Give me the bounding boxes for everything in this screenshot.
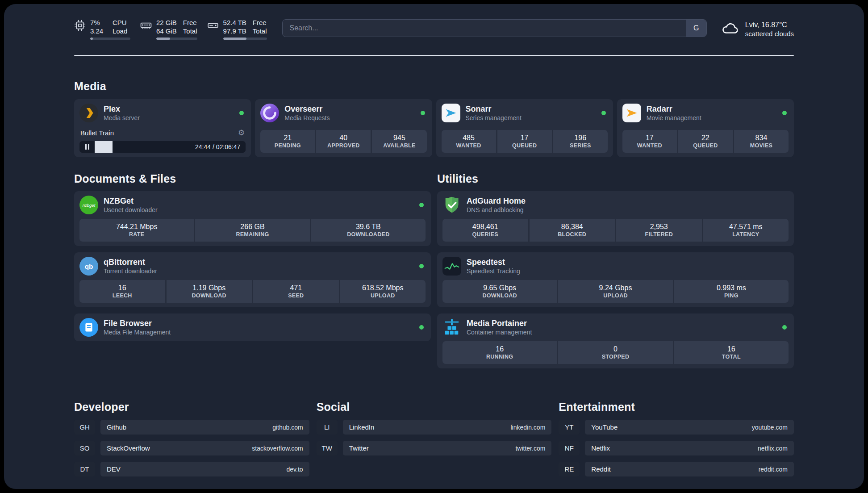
- svg-text:qb: qb: [85, 263, 93, 270]
- link-row-netflix: NF Netflixnetflix.com: [559, 441, 794, 455]
- abbr-badge: SO: [74, 441, 95, 455]
- stat-tile: 471SEED: [253, 280, 339, 303]
- disk-total-label: Total: [253, 27, 267, 35]
- stats-row: 21PENDING 40APPROVED 945AVAILABLE: [260, 130, 426, 153]
- app-card-sonarr[interactable]: Sonarr Series management 485WANTED 17QUE…: [436, 99, 613, 157]
- app-card-radarr[interactable]: Radarr Movie management 17WANTED 22QUEUE…: [617, 99, 794, 157]
- stats-row: 17WANTED 22QUEUED 834MOVIES: [622, 130, 789, 153]
- stats-row: 16LEECH 1.19 GbpsDOWNLOAD 471SEED 618.52…: [79, 280, 426, 303]
- section-title-entertainment: Entertainment: [559, 401, 794, 414]
- section-title-utilities: Utilities: [437, 172, 794, 185]
- now-playing-title: Bullet Train: [80, 129, 114, 137]
- qbittorrent-icon: qb: [79, 257, 98, 276]
- link-youtube[interactable]: YouTubeyoutube.com: [585, 420, 794, 435]
- stat-tile: 16RUNNING: [442, 341, 557, 364]
- stat-tile: 0.993 msPING: [674, 280, 789, 303]
- link-twitter[interactable]: Twittertwitter.com: [343, 441, 552, 455]
- plex-icon: [79, 104, 98, 122]
- sonarr-icon: [442, 104, 460, 122]
- topbar: 7% CPU 3.24 Load: [74, 18, 794, 40]
- app-subtitle: Media Requests: [284, 114, 330, 122]
- weather-condition: scattered clouds: [745, 29, 794, 38]
- app-name: AdGuard Home: [467, 196, 526, 206]
- app-subtitle: Container management: [467, 328, 532, 336]
- section-title-documents: Documents & Files: [74, 172, 431, 185]
- stats-row: 16RUNNING 0STOPPED 16TOTAL: [442, 341, 789, 364]
- app-card-portainer[interactable]: Media Portainer Container management 16R…: [437, 313, 794, 368]
- abbr-badge: DT: [74, 462, 95, 476]
- topbar-divider: [74, 55, 794, 56]
- app-subtitle: Speedtest Tracking: [467, 267, 520, 275]
- app-name: Radarr: [647, 104, 701, 114]
- link-linkedin[interactable]: LinkedInlinkedin.com: [343, 420, 552, 435]
- app-card-plex[interactable]: Plex Media server Bullet Train ⚙ 24:44 /…: [74, 99, 251, 157]
- filebrowser-icon: [79, 318, 98, 337]
- cpu-usage-value: 7%: [90, 18, 106, 27]
- media-section: Plex Media server Bullet Train ⚙ 24:44 /…: [74, 99, 794, 157]
- section-title-developer: Developer: [74, 401, 309, 414]
- ram-free-label: Free: [183, 18, 197, 27]
- status-dot: [419, 203, 424, 207]
- stat-tile: 834MOVIES: [734, 130, 789, 153]
- link-netflix[interactable]: Netflixnetflix.com: [585, 441, 794, 455]
- cpu-load-value: 3.24: [90, 27, 106, 35]
- app-card-overseerr[interactable]: Overseerr Media Requests 21PENDING 40APP…: [255, 99, 432, 157]
- stats-row: 744.21 MbpsRATE 266 GBREMAINING 39.6 TBD…: [79, 219, 426, 242]
- status-dot: [419, 325, 424, 330]
- stat-tile: 2,953FILTERED: [616, 219, 702, 242]
- link-row-stackoverflow: SO StackOverflowstackoverflow.com: [74, 441, 309, 455]
- gear-icon[interactable]: ⚙: [238, 129, 245, 137]
- status-dot: [782, 325, 787, 330]
- disk-progress-bar: [223, 38, 267, 40]
- link-reddit[interactable]: Redditreddit.com: [585, 462, 794, 476]
- stat-tile: 16LEECH: [79, 280, 165, 303]
- status-dot: [419, 264, 424, 268]
- cloud-icon: [721, 19, 740, 39]
- stat-tile: 40APPROVED: [316, 130, 371, 153]
- app-subtitle: DNS and adblocking: [467, 206, 526, 214]
- playback-progress-bar[interactable]: 24:44 / 02:06:47: [79, 141, 246, 153]
- search-engine-button[interactable]: G: [686, 20, 706, 37]
- app-name: qBittorrent: [104, 257, 157, 267]
- app-name: Speedtest: [467, 257, 520, 267]
- ram-metric: 22 GiB Free 64 GiB Total: [140, 18, 197, 40]
- stats-row: 9.65 GbpsDOWNLOAD 9.24 GbpsUPLOAD 0.993 …: [442, 280, 789, 303]
- section-title-media: Media: [74, 80, 794, 93]
- stats-row: 498,461QUERIES 86,384BLOCKED 2,953FILTER…: [442, 219, 789, 242]
- stat-tile: 16TOTAL: [674, 341, 789, 364]
- disk-metric: 52.4 TB Free 97.9 TB Total: [207, 18, 267, 40]
- app-card-filebrowser[interactable]: File Browser Media File Management: [74, 313, 431, 341]
- app-card-nzbget[interactable]: nzbget NZBGet Usenet downloader 744.21 M…: [74, 191, 431, 246]
- ram-icon: [140, 20, 152, 33]
- app-name: File Browser: [104, 318, 171, 328]
- link-dev[interactable]: DEVdev.to: [100, 462, 309, 476]
- stats-row: 485WANTED 17QUEUED 196SERIES: [442, 130, 608, 153]
- pause-button[interactable]: [79, 141, 95, 153]
- weather-widget: Lviv, 16.87°C scattered clouds: [721, 19, 794, 39]
- link-row-reddit: RE Redditreddit.com: [559, 462, 794, 476]
- link-stackoverflow[interactable]: StackOverflowstackoverflow.com: [100, 441, 309, 455]
- stat-tile: 485WANTED: [442, 130, 496, 153]
- system-metrics: 7% CPU 3.24 Load: [74, 18, 267, 40]
- pause-icon: [85, 144, 89, 150]
- entertainment-links: Entertainment YT YouTubeyoutube.com NF N…: [559, 401, 794, 476]
- app-subtitle: Movie management: [647, 114, 701, 122]
- cpu-load-label: Load: [113, 27, 130, 35]
- utilities-section: Utilities AdGuard Home: [437, 172, 794, 368]
- stat-tile: 21PENDING: [260, 130, 315, 153]
- abbr-badge: RE: [559, 462, 580, 476]
- ram-free-value: 22 GiB: [156, 18, 177, 27]
- search-bar[interactable]: G: [282, 19, 707, 37]
- link-github[interactable]: Githubgithub.com: [100, 420, 309, 435]
- app-card-qbittorrent[interactable]: qb qBittorrent Torrent downloader 16LEEC…: [74, 252, 431, 307]
- app-name: Sonarr: [466, 104, 522, 114]
- status-dot: [782, 111, 787, 115]
- app-card-speedtest[interactable]: Speedtest Speedtest Tracking 9.65 GbpsDO…: [437, 252, 794, 307]
- app-card-adguard[interactable]: AdGuard Home DNS and adblocking 498,461Q…: [437, 191, 794, 246]
- app-subtitle: Torrent downloader: [104, 267, 157, 275]
- stat-tile: 618.52 MbpsUPLOAD: [340, 280, 426, 303]
- app-subtitle: Series management: [466, 114, 522, 122]
- stat-tile: 39.6 TBDOWNLOADED: [311, 219, 426, 242]
- search-input[interactable]: [283, 20, 686, 37]
- abbr-badge: GH: [74, 420, 95, 435]
